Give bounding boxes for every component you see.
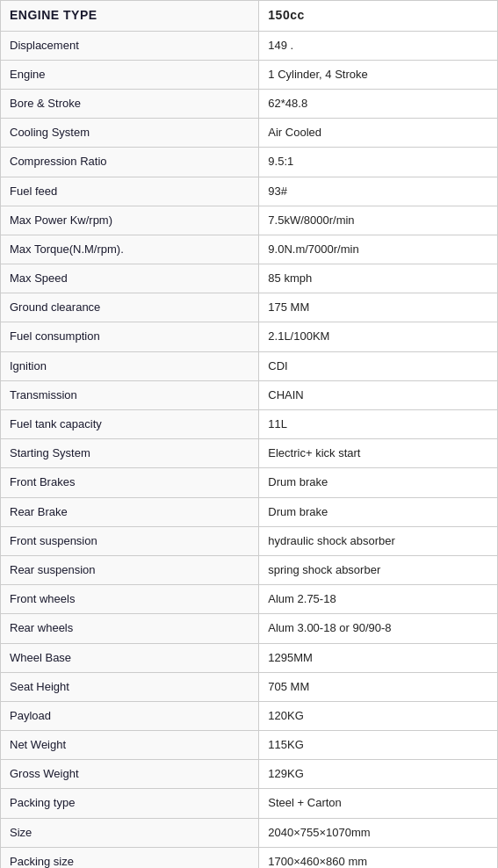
spec-value: 705 MM: [259, 672, 498, 701]
spec-label: Transmission: [1, 380, 259, 409]
spec-label: Max Speed: [1, 264, 259, 293]
table-row: Packing size1700×460×860 mm: [1, 847, 498, 868]
spec-value: 150cc: [259, 1, 498, 32]
spec-label: Rear wheels: [1, 614, 259, 643]
table-row: Front wheelsAlum 2.75-18: [1, 585, 498, 614]
table-row: Rear suspensionspring shock absorber: [1, 555, 498, 584]
spec-value: 2040×755×1070mm: [259, 818, 498, 847]
spec-label: Seat Height: [1, 672, 259, 701]
spec-label: Fuel consumption: [1, 322, 259, 351]
spec-value: 120KG: [259, 701, 498, 730]
spec-label: Max Power Kw/rpm): [1, 206, 259, 235]
spec-value: 85 kmph: [259, 264, 498, 293]
spec-value: Drum brake: [259, 497, 498, 526]
spec-label: Compression Ratio: [1, 148, 259, 177]
spec-label: Fuel feed: [1, 177, 259, 206]
spec-value: 149 .: [259, 31, 498, 60]
table-row: Size2040×755×1070mm: [1, 818, 498, 847]
spec-value: 1700×460×860 mm: [259, 847, 498, 868]
spec-label: Packing size: [1, 847, 259, 868]
spec-value: 1 Cylinder, 4 Stroke: [259, 60, 498, 89]
table-row: Bore & Stroke62*48.8: [1, 89, 498, 118]
spec-value: Alum 2.75-18: [259, 585, 498, 614]
table-row: Starting SystemElectric+ kick start: [1, 439, 498, 468]
spec-label: Net Weight: [1, 731, 259, 760]
spec-label: Fuel tank capacity: [1, 410, 259, 439]
spec-label: Payload: [1, 701, 259, 730]
table-row: IgnitionCDI: [1, 351, 498, 380]
spec-label: Wheel Base: [1, 643, 259, 672]
table-row: Cooling SystemAir Cooled: [1, 119, 498, 148]
spec-label: Packing type: [1, 789, 259, 818]
spec-value: 175 MM: [259, 293, 498, 322]
spec-label: Front Brakes: [1, 468, 259, 497]
spec-label: Rear suspension: [1, 555, 259, 584]
spec-value: 129KG: [259, 760, 498, 789]
spec-value: 62*48.8: [259, 89, 498, 118]
spec-value: 9.5:1: [259, 148, 498, 177]
table-row: Fuel feed93#: [1, 177, 498, 206]
table-row: Max Speed85 kmph: [1, 264, 498, 293]
spec-label: Front suspension: [1, 526, 259, 555]
table-row: Engine1 Cylinder, 4 Stroke: [1, 60, 498, 89]
spec-label: Size: [1, 818, 259, 847]
table-row: Wheel Base1295MM: [1, 643, 498, 672]
table-row: Max Torque(N.M/rpm).9.0N.m/7000r/min: [1, 235, 498, 264]
table-row: Net Weight115KG: [1, 731, 498, 760]
spec-value: Drum brake: [259, 468, 498, 497]
spec-value: 1295MM: [259, 643, 498, 672]
spec-value: CDI: [259, 351, 498, 380]
table-row: Max Power Kw/rpm)7.5kW/8000r/min: [1, 206, 498, 235]
spec-value: 115KG: [259, 731, 498, 760]
table-row: Ground clearance175 MM: [1, 293, 498, 322]
table-row: Displacement149 .: [1, 31, 498, 60]
spec-label: Ignition: [1, 351, 259, 380]
spec-table: ENGINE TYPE150ccDisplacement149 .Engine1…: [0, 0, 498, 868]
spec-label: Engine: [1, 60, 259, 89]
spec-label: Bore & Stroke: [1, 89, 259, 118]
spec-value: 7.5kW/8000r/min: [259, 206, 498, 235]
table-row: Packing typeSteel + Carton: [1, 789, 498, 818]
table-row: Front suspensionhydraulic shock absorber: [1, 526, 498, 555]
spec-value: spring shock absorber: [259, 555, 498, 584]
table-row: Fuel consumption2.1L/100KM: [1, 322, 498, 351]
spec-label: Cooling System: [1, 119, 259, 148]
spec-label: ENGINE TYPE: [1, 1, 259, 32]
table-row: Rear wheelsAlum 3.00-18 or 90/90-8: [1, 614, 498, 643]
table-row: Gross Weight129KG: [1, 760, 498, 789]
spec-label: Starting System: [1, 439, 259, 468]
spec-label: Max Torque(N.M/rpm).: [1, 235, 259, 264]
table-row: Rear BrakeDrum brake: [1, 497, 498, 526]
spec-value: 11L: [259, 410, 498, 439]
table-row: Front BrakesDrum brake: [1, 468, 498, 497]
spec-value: Electric+ kick start: [259, 439, 498, 468]
spec-value: 2.1L/100KM: [259, 322, 498, 351]
table-row: Payload120KG: [1, 701, 498, 730]
table-row: TransmissionCHAIN: [1, 380, 498, 409]
table-row: ENGINE TYPE150cc: [1, 1, 498, 32]
spec-value: Alum 3.00-18 or 90/90-8: [259, 614, 498, 643]
spec-label: Front wheels: [1, 585, 259, 614]
spec-label: Rear Brake: [1, 497, 259, 526]
spec-value: Steel + Carton: [259, 789, 498, 818]
table-row: Fuel tank capacity11L: [1, 410, 498, 439]
spec-value: CHAIN: [259, 380, 498, 409]
spec-value: Air Cooled: [259, 119, 498, 148]
table-row: Seat Height705 MM: [1, 672, 498, 701]
spec-value: 9.0N.m/7000r/min: [259, 235, 498, 264]
spec-value: 93#: [259, 177, 498, 206]
spec-label: Ground clearance: [1, 293, 259, 322]
table-row: Compression Ratio9.5:1: [1, 148, 498, 177]
spec-label: Gross Weight: [1, 760, 259, 789]
spec-value: hydraulic shock absorber: [259, 526, 498, 555]
spec-label: Displacement: [1, 31, 259, 60]
